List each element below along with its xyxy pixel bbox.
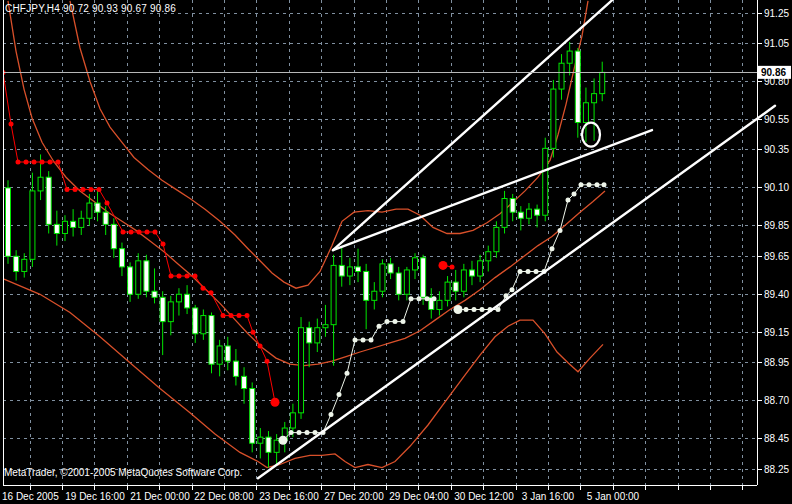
candle — [486, 246, 491, 272]
psar-dot — [401, 319, 406, 324]
y-tick-label: 88.45 — [764, 433, 789, 444]
candle-body — [38, 177, 43, 191]
x-tick-label: 5 Jan 00:00 — [587, 491, 640, 502]
candle-body — [71, 221, 76, 227]
candle — [396, 267, 401, 300]
x-tick-label: 30 Dec 12:00 — [454, 491, 514, 502]
candle-body — [209, 316, 214, 365]
candle-body — [592, 94, 597, 103]
candle-body — [437, 300, 442, 309]
psar-dot — [566, 198, 571, 203]
psar-dot — [385, 319, 390, 324]
candle — [119, 243, 124, 276]
psar-dot — [393, 319, 398, 324]
psar-dot — [305, 430, 310, 435]
psar-dot — [209, 290, 214, 295]
metatrader-watermark: MetaTrader, ©2001-2005 MetaQuotes Softwa… — [4, 467, 242, 478]
psar-dot — [161, 242, 166, 247]
candle-body — [478, 261, 483, 276]
symbol-ohlc-title: CHFJPY,H4 90.72 90.93 90.67 90.86 — [5, 3, 176, 14]
candle-body — [185, 294, 190, 308]
y-tick-label: 90.10 — [764, 182, 789, 193]
candle-body — [136, 261, 141, 294]
candle — [14, 250, 19, 280]
psar-connector — [283, 299, 434, 440]
psar-dot — [32, 160, 37, 165]
price-chart-canvas[interactable]: 91.2591.0590.8090.5590.3590.1089.8589.65… — [0, 0, 792, 504]
candle — [494, 221, 499, 257]
candle — [307, 322, 312, 368]
x-axis: 16 Dec 200519 Dec 16:0021 Dec 00:0022 De… — [2, 485, 743, 502]
psar-dot — [145, 230, 150, 235]
x-tick-label: 19 Dec 16:00 — [65, 491, 125, 502]
candle — [413, 253, 418, 279]
candle-body — [307, 328, 312, 343]
candle-body — [469, 270, 474, 276]
candle — [217, 340, 222, 376]
psar-connector — [3, 72, 275, 402]
y-tick-label: 90.55 — [764, 114, 789, 125]
y-tick-label: 89.15 — [764, 327, 789, 338]
price-tag: 90.86 — [758, 66, 791, 79]
bollinger-middle-band — [8, 1, 605, 366]
candle-body — [144, 261, 149, 291]
psar-dot — [65, 187, 70, 192]
candle — [315, 319, 320, 352]
candle-body — [111, 224, 116, 248]
candle — [356, 249, 361, 282]
psar-dot — [279, 436, 288, 445]
candle — [429, 288, 434, 318]
candle-body — [103, 212, 108, 224]
candle — [453, 270, 458, 300]
candle-body — [201, 316, 206, 334]
highlight — [582, 123, 600, 147]
psar-dot — [177, 274, 182, 279]
candle — [461, 264, 466, 297]
candle — [71, 209, 76, 236]
psar-dot — [602, 182, 607, 187]
psar-dot — [9, 122, 14, 127]
x-tick-label: 21 Dec 00:00 — [130, 491, 190, 502]
candle — [421, 255, 426, 305]
psar-dot — [121, 230, 126, 235]
psar-connector — [458, 185, 604, 310]
candle-body — [551, 89, 556, 148]
y-tick-label: 89.65 — [764, 251, 789, 262]
candle — [258, 428, 263, 458]
psar-dot — [245, 313, 250, 318]
candle — [543, 138, 548, 222]
candle-body — [600, 72, 605, 93]
psar-dot — [337, 392, 342, 397]
candle-body — [54, 224, 59, 233]
psar-dot — [24, 160, 29, 165]
candle — [388, 258, 393, 279]
psar-dot — [518, 269, 523, 274]
psar-dot — [369, 337, 374, 342]
psar-dot — [353, 337, 358, 342]
psar-dot — [258, 344, 263, 349]
wedge-lower-line — [333, 130, 652, 250]
candle-body — [559, 63, 564, 89]
psar-dot — [439, 261, 448, 270]
candle — [160, 291, 165, 355]
psar-dot — [129, 230, 134, 235]
candle-body — [128, 267, 133, 294]
psar-dot — [450, 264, 455, 269]
y-tick-label: 88.70 — [764, 395, 789, 406]
candle — [502, 191, 507, 234]
candle-body — [22, 259, 27, 271]
psar-dot — [97, 187, 102, 192]
psar-dot — [81, 187, 86, 192]
candle-body — [583, 103, 588, 123]
candle-body — [46, 177, 51, 224]
candle — [46, 171, 51, 233]
candle — [551, 80, 556, 158]
candle — [176, 288, 181, 315]
candle — [510, 194, 515, 221]
y-tick-label: 88.25 — [764, 464, 789, 475]
candle — [347, 258, 352, 285]
candle — [22, 253, 27, 277]
candle — [380, 259, 385, 297]
candle — [95, 191, 100, 221]
candle-body — [323, 325, 328, 328]
